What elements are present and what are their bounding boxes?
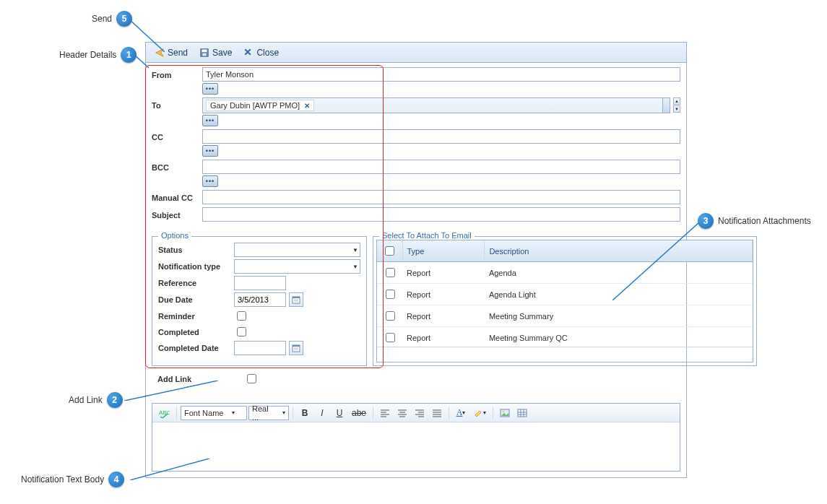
calendar-icon: [292, 295, 300, 304]
table-row[interactable]: ReportMeeting Summary: [377, 305, 753, 327]
svg-rect-4: [293, 297, 300, 298]
chevron-down-icon: ▼: [352, 247, 358, 253]
strike-button[interactable]: abe: [349, 406, 369, 420]
italic-button[interactable]: I: [314, 406, 330, 420]
callout-1-label: Header Details: [59, 50, 116, 60]
insert-table-button[interactable]: [514, 406, 530, 420]
callout-4-label: Notification Text Body: [21, 474, 104, 485]
send-label: Send: [168, 48, 188, 58]
highlight-button[interactable]: ▾: [470, 406, 489, 420]
row-checkbox[interactable]: [386, 333, 395, 342]
subject-input[interactable]: [202, 207, 680, 222]
completed-checkbox[interactable]: [237, 327, 246, 336]
table-row[interactable]: ReportMeeting Summary QC: [377, 327, 753, 347]
attachments-scroll[interactable]: Type Description ReportAgendaReportAgend…: [377, 240, 753, 347]
ellipsis-icon: •••: [206, 86, 215, 92]
bold-button[interactable]: B: [297, 406, 313, 420]
bcc-picker-button[interactable]: •••: [202, 175, 218, 187]
subject-label: Subject: [152, 207, 202, 220]
to-label: To: [152, 97, 202, 110]
editor-body[interactable]: [152, 422, 680, 471]
table-icon: [517, 409, 527, 417]
chevron-down-icon: ▼: [352, 264, 358, 270]
ellipsis-icon: •••: [206, 118, 215, 124]
from-label: From: [152, 67, 202, 79]
completeddate-input[interactable]: [234, 341, 286, 355]
align-justify-icon: [432, 409, 442, 417]
callout-4-badge: 4: [108, 472, 124, 487]
callout-1-badge: 1: [121, 47, 137, 63]
send-button[interactable]: Send: [150, 46, 192, 59]
italic-icon: I: [321, 408, 323, 418]
addlink-row: Add Link: [157, 372, 680, 386]
align-right-button[interactable]: [412, 406, 428, 420]
svg-rect-30: [518, 409, 527, 417]
close-button[interactable]: Close: [239, 46, 283, 59]
recipient-chip: Gary Dubin [AWTP PMO] ✕: [206, 100, 314, 111]
attachments-grid: Type Description ReportAgendaReportAgend…: [376, 240, 753, 362]
insert-image-button[interactable]: [497, 406, 513, 420]
from-picker-button[interactable]: •••: [202, 83, 218, 95]
align-justify-button[interactable]: [429, 406, 445, 420]
save-icon: [199, 48, 209, 58]
spellcheck-icon: ABC: [158, 408, 170, 418]
spellcheck-button[interactable]: ABC: [155, 406, 173, 420]
to-input[interactable]: Gary Dubin [AWTP PMO] ✕: [202, 97, 670, 113]
save-button[interactable]: Save: [195, 46, 236, 59]
callout-5-label: Send: [92, 14, 112, 24]
header-fields: From Tyler Monson ••• To Gary Dubin [AWT…: [146, 63, 686, 232]
notiftype-combo[interactable]: ▼: [234, 259, 360, 274]
cc-input[interactable]: [202, 129, 680, 144]
col-type[interactable]: Type: [402, 240, 485, 262]
cc-picker-button[interactable]: •••: [202, 145, 218, 157]
row-desc: Meeting Summary QC: [485, 327, 753, 347]
table-row[interactable]: ReportAgenda: [377, 262, 753, 284]
row-checkbox[interactable]: [386, 268, 395, 277]
row-desc: Agenda Light: [485, 284, 753, 305]
close-label: Close: [256, 48, 279, 58]
duedate-calendar-button[interactable]: [289, 292, 303, 307]
editor-toolbar: ABC Font Name▾ Real ...▾ B I U abe A ▾ ▾: [152, 404, 680, 422]
main-toolbar: Send Save Close: [146, 43, 686, 63]
row-checkbox[interactable]: [386, 290, 395, 299]
reminder-checkbox[interactable]: [237, 311, 246, 321]
align-center-button[interactable]: [394, 406, 410, 420]
completeddate-calendar-button[interactable]: [289, 341, 303, 355]
manualcc-input[interactable]: [202, 190, 680, 204]
editor-panel: ABC Font Name▾ Real ...▾ B I U abe A ▾ ▾: [152, 403, 680, 472]
addlink-checkbox[interactable]: [247, 374, 256, 383]
manualcc-label: Manual CC: [152, 190, 202, 202]
to-scrollbar[interactable]: [662, 98, 670, 113]
status-combo[interactable]: ▼: [234, 243, 360, 257]
bcc-input[interactable]: [202, 160, 680, 174]
fontsize-combo[interactable]: Real ...▾: [248, 406, 289, 420]
attachments-fieldset: Select To Attach To Email Type Descripti…: [373, 236, 757, 366]
cc-label: CC: [152, 129, 202, 142]
duedate-input[interactable]: [234, 292, 286, 307]
table-row[interactable]: ReportAgenda Light: [377, 284, 753, 305]
align-left-icon: [380, 409, 390, 417]
calendar-icon: [292, 344, 300, 352]
row-checkbox[interactable]: [386, 311, 395, 321]
fontcolor-button[interactable]: A ▾: [453, 406, 469, 420]
row-desc: Agenda: [485, 262, 753, 284]
col-desc[interactable]: Description: [485, 240, 753, 262]
fontname-combo[interactable]: Font Name▾: [181, 406, 247, 420]
to-picker-button[interactable]: •••: [202, 115, 218, 126]
chevron-down-icon: ▾: [462, 409, 465, 416]
status-label: Status: [158, 246, 234, 254]
align-left-button[interactable]: [377, 406, 393, 420]
remove-recipient-icon[interactable]: ✕: [304, 102, 310, 110]
from-input[interactable]: Tyler Monson: [202, 67, 680, 82]
completed-label: Completed: [158, 328, 234, 336]
attachments-hscroll[interactable]: [377, 347, 753, 360]
underline-button[interactable]: U: [332, 406, 347, 420]
reference-input[interactable]: [234, 276, 286, 290]
select-all-checkbox[interactable]: [385, 246, 394, 256]
notification-compose-panel: Send Save Close From Tyler Monson ••• To: [145, 42, 687, 478]
row-type: Report: [402, 262, 485, 284]
callout-4: Notification Text Body 4: [21, 472, 124, 487]
callout-5-badge: 5: [116, 11, 132, 27]
to-scroll-up[interactable]: ▲: [673, 97, 680, 105]
to-scroll-down[interactable]: ▼: [673, 105, 680, 113]
